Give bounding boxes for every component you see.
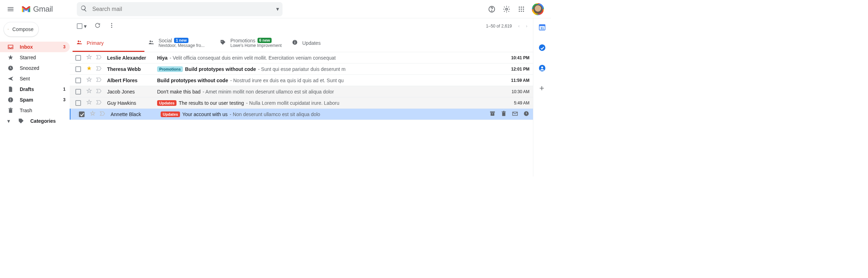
star-icon[interactable]: [86, 88, 92, 95]
trash-icon: [7, 107, 14, 114]
svg-rect-28: [539, 25, 545, 26]
compose-button[interactable]: Compose: [4, 22, 39, 37]
svg-point-11: [523, 11, 524, 12]
keep-icon[interactable]: [538, 44, 546, 52]
star-icon[interactable]: [89, 110, 96, 118]
importance-icon[interactable]: [96, 99, 102, 107]
tab-promotions[interactable]: Promotions6 new Lowe's Home Improvement: [216, 34, 288, 52]
clock-icon: [7, 65, 14, 72]
mark-read-icon[interactable]: [512, 110, 518, 118]
snippet: - Non deserunt ullamco est sit aliqua do…: [230, 111, 320, 117]
snippet: - Nostrud irure ex duis ea quis id quis …: [230, 78, 343, 83]
importance-icon[interactable]: [96, 77, 102, 84]
importance-icon[interactable]: [96, 54, 102, 61]
search-icon[interactable]: [80, 5, 87, 13]
prev-page-icon[interactable]: ‹: [518, 24, 520, 29]
search-input[interactable]: [92, 6, 271, 12]
content-area: ▾ 1–50 of 2,619 ‹ › Primary: [70, 18, 533, 176]
star-icon[interactable]: [86, 54, 92, 61]
account-avatar[interactable]: [532, 3, 544, 15]
svg-point-9: [519, 11, 520, 12]
sender: Guy Hawkins: [107, 100, 157, 106]
gmail-logo[interactable]: Gmail: [21, 5, 53, 14]
email-row[interactable]: Leslie Alexander Hiya - Velit officia co…: [70, 52, 533, 64]
search-options-icon[interactable]: ▾: [276, 6, 279, 12]
drag-handle-icon[interactable]: ⋮⋮: [75, 111, 79, 117]
svg-point-30: [539, 44, 545, 51]
add-addon-icon[interactable]: [538, 85, 546, 92]
tab-primary[interactable]: Primary: [73, 34, 144, 52]
email-row[interactable]: Guy Hawkins UpdatesThe results to our us…: [70, 97, 533, 109]
row-checkbox[interactable]: [75, 78, 81, 83]
main-menu-icon[interactable]: [5, 4, 16, 15]
select-all-checkbox[interactable]: [77, 23, 82, 29]
calendar-icon[interactable]: 31: [538, 23, 546, 31]
category-tabs: Primary Social1 new Nextdoor, Message fr…: [70, 34, 533, 52]
tab-label: Promotions: [230, 38, 255, 43]
importance-icon[interactable]: [96, 65, 102, 73]
nav-starred[interactable]: Starred: [0, 52, 70, 63]
select-dropdown-icon[interactable]: ▾: [84, 23, 87, 30]
tab-label: Social: [159, 38, 172, 43]
sender: Theresa Webb: [107, 66, 157, 72]
sender: Annette Black: [111, 111, 161, 117]
email-row[interactable]: Albert Flores Build prototypes without c…: [70, 75, 533, 86]
archive-icon[interactable]: [489, 110, 496, 118]
nav-count: 1: [63, 87, 66, 92]
settings-gear-icon[interactable]: [502, 5, 511, 13]
row-checkbox[interactable]: [75, 55, 81, 61]
row-checkbox[interactable]: [75, 66, 81, 72]
email-row[interactable]: ⋮⋮ Annette Black UpdatesYour account wit…: [70, 109, 533, 120]
tab-updates[interactable]: Updates: [288, 34, 360, 52]
row-checkbox[interactable]: [75, 100, 81, 106]
nav-sidebar: Compose Inbox 3 Starred Snoozed Sent Dra…: [0, 18, 70, 176]
nav-drafts[interactable]: Drafts 1: [0, 84, 70, 95]
star-icon[interactable]: [86, 77, 92, 84]
row-checkbox[interactable]: [75, 89, 81, 95]
svg-point-8: [523, 8, 524, 10]
category-chip: Promotions: [157, 66, 183, 72]
side-panel: 31: [533, 18, 551, 176]
brand-text: Gmail: [33, 5, 53, 14]
svg-point-16: [111, 25, 112, 26]
svg-point-20: [150, 40, 151, 42]
help-icon[interactable]: [488, 5, 496, 13]
svg-point-10: [521, 11, 522, 12]
snippet: - Velit officia consequat duis enim veli…: [170, 55, 336, 61]
nav-spam[interactable]: Spam 3: [0, 95, 70, 105]
email-row[interactable]: Theresa Webb PromotionsBuild prototypes …: [70, 64, 533, 75]
email-row[interactable]: Jacob Jones Don't make this bad - Amet m…: [70, 86, 533, 97]
search-bar[interactable]: ▾: [77, 2, 283, 16]
importance-icon[interactable]: [96, 88, 102, 95]
nav-inbox[interactable]: Inbox 3: [0, 42, 70, 52]
time: 11:59 AM: [502, 78, 529, 83]
next-page-icon[interactable]: ›: [526, 24, 527, 29]
svg-point-5: [523, 6, 524, 7]
refresh-icon[interactable]: [94, 22, 101, 30]
nav-snoozed[interactable]: Snoozed: [0, 63, 70, 73]
compose-label: Compose: [12, 26, 33, 32]
subject: The results to our user testing: [179, 100, 244, 106]
tab-label: Updates: [302, 40, 321, 46]
nav-sent[interactable]: Sent: [0, 73, 70, 84]
star-icon[interactable]: [86, 99, 92, 107]
info-icon: [292, 39, 298, 47]
apps-grid-icon[interactable]: [517, 5, 526, 13]
contacts-icon[interactable]: [538, 64, 546, 72]
nav-categories[interactable]: ▾ Categories: [0, 116, 70, 126]
tab-social[interactable]: Social1 new Nextdoor, Message fro...: [144, 34, 216, 52]
snooze-icon[interactable]: [523, 110, 529, 118]
pager: 1–50 of 2,619 ‹ ›: [486, 24, 527, 29]
subject: Your account with us: [182, 111, 228, 117]
page-range: 1–50 of 2,619: [486, 24, 512, 29]
row-checkbox[interactable]: [79, 111, 85, 117]
importance-icon[interactable]: [99, 110, 106, 118]
nav-trash[interactable]: Trash: [0, 105, 70, 116]
more-icon[interactable]: [108, 22, 115, 30]
delete-icon[interactable]: [501, 110, 507, 118]
nav-label: Sent: [20, 76, 30, 81]
svg-point-17: [111, 27, 112, 28]
category-chip: Updates: [157, 100, 176, 106]
app-header: Gmail ▾: [0, 0, 551, 18]
star-icon[interactable]: [86, 65, 92, 73]
